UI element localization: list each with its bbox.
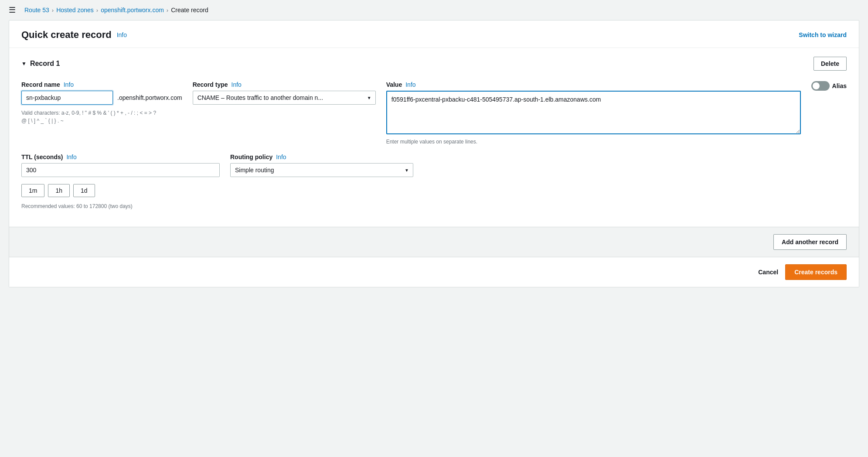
ttl-1d-btn[interactable]: 1d [73,184,95,197]
cancel-button[interactable]: Cancel [758,269,778,276]
breadcrumb-domain[interactable]: openshift.portworx.com [101,7,164,14]
record-type-info-link[interactable]: Info [231,81,242,88]
breadcrumb-hosted-zones[interactable]: Hosted zones [56,7,94,14]
record-name-input[interactable] [21,91,113,105]
value-label: Value [386,81,402,88]
alias-label: Alias [832,82,847,89]
add-another-record-button[interactable]: Add another record [773,234,847,250]
record-title: ▼ Record 1 [21,60,60,68]
domain-suffix: .openshift.portworx.com [117,94,182,101]
quick-btns-row: 1m 1h 1d [21,184,220,197]
routing-policy-select[interactable]: Simple routingWeightedLatencyFailoverGeo… [230,163,413,177]
breadcrumb-current: Create record [171,7,208,14]
routing-policy-select-wrapper: Simple routingWeightedLatencyFailoverGeo… [230,163,413,177]
record-name-input-row: .openshift.portworx.com [21,91,182,105]
routing-policy-label-row: Routing policy Info [230,153,413,160]
record-name-label-row: Record name Info [21,81,182,88]
ttl-info-link[interactable]: Info [66,153,76,160]
valid-chars-text: Valid characters: a-z, 0-9, ! " # $ % & … [21,109,161,125]
ttl-input[interactable] [21,163,220,177]
page-info-link[interactable]: Info [117,31,127,38]
bottom-actions: Cancel Create records [9,257,859,287]
alias-label-row: Alias [811,81,847,91]
page-header: Quick create record Info Switch to wizar… [9,20,859,48]
routing-policy-info-link[interactable]: Info [276,153,286,160]
record-name-label: Record name [21,81,60,88]
record-name-group: Record name Info .openshift.portworx.com… [21,81,182,125]
ttl-1h-btn[interactable]: 1h [48,184,70,197]
record-type-select[interactable]: A – Routes traffic to an IPv4 addressAAA… [193,91,376,105]
hamburger-menu[interactable]: ☰ [9,5,16,15]
value-label-row: Value Info [386,81,801,88]
routing-policy-label: Routing policy [230,153,272,160]
form-row-top: Record name Info .openshift.portworx.com… [21,81,847,145]
breadcrumb-sep-1: › [52,7,54,14]
main-container: Quick create record Info Switch to wizar… [9,20,859,287]
value-group: Value Info Enter multiple values on sepa… [386,81,801,145]
create-records-button[interactable]: Create records [785,264,847,280]
ttl-recommended-text: Recommended values: 60 to 172800 (two da… [21,203,220,209]
footer-section: Add another record [9,227,859,257]
value-hint: Enter multiple values on separate lines. [386,139,801,145]
breadcrumb-route53[interactable]: Route 53 [24,7,49,14]
collapse-icon[interactable]: ▼ [21,61,27,67]
top-bar: ☰ Route 53 › Hosted zones › openshift.po… [0,0,868,20]
page-header-left: Quick create record Info [21,29,127,41]
alias-toggle[interactable] [811,81,830,91]
ttl-label: TTL (seconds) [21,153,63,160]
ttl-1m-btn[interactable]: 1m [21,184,44,197]
record-type-select-wrapper: A – Routes traffic to an IPv4 addressAAA… [193,91,376,105]
record-section: ▼ Record 1 Delete Record name Info .open… [9,48,859,227]
page-title: Quick create record [21,29,112,41]
record-type-label: Record type [193,81,228,88]
record-name-info-link[interactable]: Info [64,81,74,88]
record-type-label-row: Record type Info [193,81,376,88]
alias-group: Alias [811,81,847,91]
record-section-title: Record 1 [30,60,60,68]
breadcrumb-sep-3: › [167,7,168,14]
delete-button[interactable]: Delete [814,57,847,71]
value-textarea[interactable] [386,91,801,134]
record-header: ▼ Record 1 Delete [21,57,847,71]
breadcrumb-sep-2: › [96,7,98,14]
footer-actions: Add another record [21,234,847,250]
ttl-group: TTL (seconds) Info 1m 1h 1d Recommended … [21,153,220,209]
routing-policy-group: Routing policy Info Simple routingWeight… [230,153,413,177]
value-info-link[interactable]: Info [405,81,415,88]
switch-to-wizard-link[interactable]: Switch to wizard [799,31,847,38]
form-row-bottom: TTL (seconds) Info 1m 1h 1d Recommended … [21,153,847,209]
record-type-group: Record type Info A – Routes traffic to a… [193,81,376,105]
ttl-label-row: TTL (seconds) Info [21,153,220,160]
